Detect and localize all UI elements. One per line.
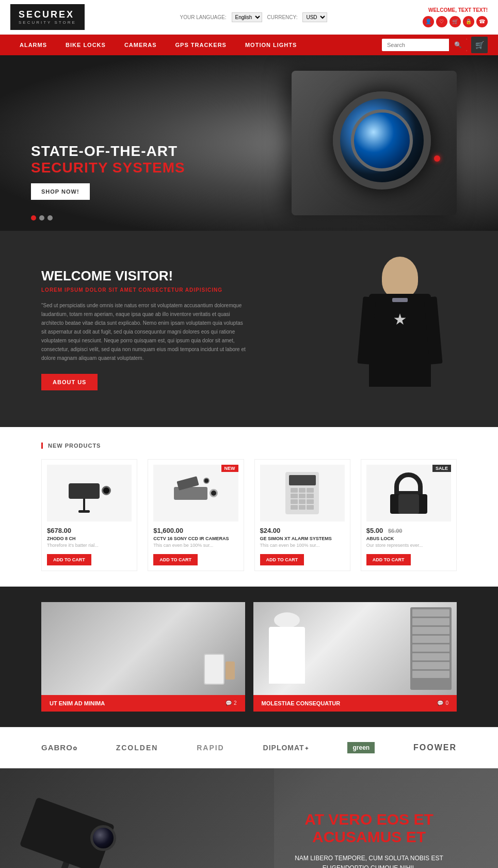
cta-title: AT VERO EOS ET ACUSAMUS ET — [292, 811, 446, 846]
logo-sub: SECURITY STORE — [19, 20, 76, 25]
blog-comments-2: 💬0 — [437, 700, 448, 706]
header-center: YOUR LANGUAGE: English CURRENCY: USD — [180, 12, 328, 22]
product-badge-sale: SALE — [432, 465, 451, 472]
product-price-1: $678.00 — [47, 527, 132, 534]
blog-title-1: UT ENIM AD MINIMA — [50, 700, 226, 706]
cta-section: AT VERO EOS ET ACUSAMUS ET NAM LIBERO TE… — [0, 768, 498, 868]
nav-cart-icon[interactable]: 🛒 — [471, 37, 488, 53]
welcome-title: WELCOME VISITOR! — [41, 268, 323, 284]
blog-title-2: MOLESTIAE CONSEQUATUR — [262, 700, 438, 706]
nav-item-alarms[interactable]: ALARMS — [10, 35, 56, 55]
blog-image-2 — [253, 602, 457, 695]
product-image-1 — [47, 465, 132, 522]
add-to-cart-btn-3[interactable]: ADD TO CART — [260, 554, 304, 565]
brand-gabro[interactable]: GABRO✿ — [41, 743, 77, 752]
product-image-3 — [260, 465, 345, 522]
header-right: WELCOME, TEXT TEXT! 👤 ♡ 🛒 🔒 ☎ — [423, 7, 488, 27]
blog-section: UT ENIM AD MINIMA 💬2 MO — [0, 587, 498, 727]
product-image-2 — [153, 465, 238, 522]
hero-title2: SECURITY SYSTEMS — [31, 160, 185, 176]
nav-item-cameras[interactable]: CAMERAS — [115, 35, 166, 55]
product-desc-1: Thorefore it's batter rial... — [47, 542, 132, 549]
cart-icon[interactable]: 🛒 — [449, 16, 461, 27]
product-name-1: ZHODO 8 CH — [47, 536, 132, 541]
search-button[interactable]: 🔍 — [449, 39, 467, 51]
language-select[interactable]: English — [232, 12, 262, 22]
add-to-cart-btn-4[interactable]: ADD TO CART — [366, 554, 411, 565]
hero-dots — [31, 215, 53, 220]
product-card-3: $24.00 GE SIMON XT ALARM SYSTEMS This ca… — [254, 459, 350, 571]
product-price-3: $24.00 — [260, 527, 345, 534]
cta-content: AT VERO EOS ET ACUSAMUS ET NAM LIBERO TE… — [292, 811, 446, 868]
blog-card-footer-2: MOLESTIAE CONSEQUATUR 💬0 — [253, 695, 457, 712]
hero-dot-2[interactable] — [39, 215, 44, 220]
nav-search-wrapper: 🔍 — [382, 39, 467, 51]
phone-icon[interactable]: ☎ — [476, 16, 488, 27]
header: SECUREX SECURITY STORE YOUR LANGUAGE: En… — [0, 0, 498, 35]
lang-label: YOUR LANGUAGE: — [180, 14, 227, 20]
hero-red-dot — [434, 155, 440, 162]
about-us-button[interactable]: ABOUT US — [41, 374, 98, 390]
product-badge-new: NEW — [221, 465, 238, 472]
cta-camera-lens2 — [90, 825, 116, 851]
brand-foower[interactable]: FOOWER — [413, 743, 457, 752]
product-name-3: GE SIMON XT ALARM SYSTEMS — [260, 536, 345, 541]
nav-item-gps[interactable]: GPS TRACKERS — [166, 35, 236, 55]
nav-item-motion[interactable]: MOTION LIGHTS — [236, 35, 306, 55]
product-price-orig-4: $6.00 — [388, 528, 403, 534]
add-to-cart-btn-2[interactable]: ADD TO CART — [153, 554, 198, 565]
product-card-4: SALE $5.00 $6.00 ABUS LOCK Our store rep… — [361, 459, 457, 571]
product-name-2: CCTV 16 SONY CCD IR CAMERAS — [153, 536, 238, 541]
hero-lens-inner — [351, 109, 413, 171]
blog-card-2[interactable]: MOLESTIAE CONSEQUATUR 💬0 — [253, 602, 457, 712]
products-section: NEW PRODUCTS $678.00 ZHODO 8 CH Thorefor… — [0, 427, 498, 587]
lock-icon[interactable]: 🔒 — [463, 16, 474, 27]
cta-subtitle: NAM LIBERO TEMPORE, CUM SOLUTA NOBIS EST… — [292, 854, 446, 868]
add-to-cart-btn-1[interactable]: ADD TO CART — [47, 554, 91, 565]
currency-select[interactable]: USD — [302, 12, 327, 22]
brand-diplomat[interactable]: DIPLOMAT✦ — [263, 744, 309, 752]
product-desc-3: This can even be 100% sur... — [260, 542, 345, 549]
heart-icon[interactable]: ♡ — [436, 16, 447, 27]
search-input[interactable] — [382, 39, 449, 51]
product-price-4: $5.00 $6.00 — [366, 527, 451, 534]
welcome-image — [343, 257, 457, 401]
blog-image-1 — [41, 602, 245, 695]
blog-card-1: UT ENIM AD MINIMA 💬2 — [41, 602, 245, 712]
nav-item-bike-locks[interactable]: BIKE LOCKS — [56, 35, 115, 55]
hero-content: STATE-OF-THE-ART SECURITY SYSTEMS SHOP N… — [31, 143, 185, 200]
logo[interactable]: SECUREX SECURITY STORE — [10, 4, 85, 30]
officer-figure — [351, 257, 449, 401]
hero-title1: STATE-OF-THE-ART — [31, 143, 185, 160]
products-grid: $678.00 ZHODO 8 CH Thorefore it's batter… — [41, 459, 457, 571]
shop-now-button[interactable]: SHOP NOW! — [31, 183, 90, 200]
product-card-2: NEW $1,600.00 CCTV 16 SONY CCD IR CAMERA… — [148, 459, 244, 571]
user-icon[interactable]: 👤 — [423, 16, 434, 27]
hero-section: STATE-OF-THE-ART SECURITY SYSTEMS SHOP N… — [0, 55, 498, 231]
welcome-section: WELCOME VISITOR! LOREM IPSUM DOLOR SIT A… — [0, 231, 498, 427]
welcome-body: "Sed ut perspiciatis unde omnis iste nat… — [41, 301, 248, 362]
main-nav: ALARMS BIKE LOCKS CAMERAS GPS TRACKERS M… — [0, 35, 498, 55]
product-card-1: $678.00 ZHODO 8 CH Thorefore it's batter… — [41, 459, 137, 571]
logo-main: SECUREX — [19, 9, 76, 20]
product-desc-2: This can even be 100% sur... — [153, 542, 238, 549]
brand-zcolden[interactable]: ZCOLDEN — [116, 744, 158, 752]
product-name-4: ABUS LOCK — [366, 536, 451, 541]
hero-dot-3[interactable] — [47, 215, 53, 220]
welcome-text: WELCOME, TEXT TEXT! — [428, 7, 488, 13]
brand-rapid[interactable]: RAPID — [197, 744, 224, 752]
nav-items: ALARMS BIKE LOCKS CAMERAS GPS TRACKERS M… — [10, 35, 382, 55]
brand-green[interactable]: green — [347, 742, 375, 753]
welcome-text: WELCOME VISITOR! LOREM IPSUM DOLOR SIT A… — [41, 268, 323, 390]
product-image-4 — [366, 465, 451, 522]
currency-label: CURRENCY: — [267, 14, 298, 20]
brands-section: GABRO✿ ZCOLDEN RAPID DIPLOMAT✦ green FOO… — [0, 727, 498, 768]
product-price-2: $1,600.00 — [153, 527, 238, 534]
product-desc-4: Our store represents ever... — [366, 542, 451, 549]
products-section-label: NEW PRODUCTS — [41, 443, 457, 449]
hero-dot-active[interactable] — [31, 215, 36, 220]
header-icons: 👤 ♡ 🛒 🔒 ☎ — [423, 16, 488, 27]
blog-comments-1: 💬2 — [226, 700, 237, 706]
welcome-subtitle: LOREM IPSUM DOLOR SIT AMET CONSECTETUR A… — [41, 287, 323, 293]
blog-card-footer-1: UT ENIM AD MINIMA 💬2 — [41, 695, 245, 712]
